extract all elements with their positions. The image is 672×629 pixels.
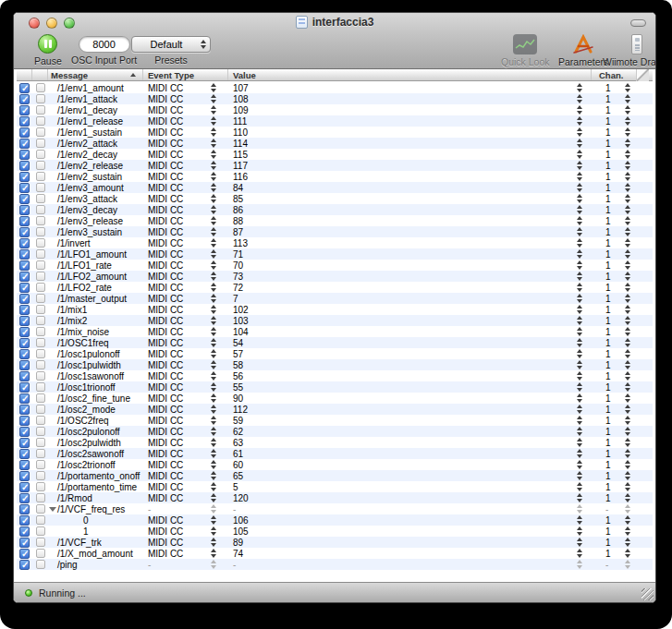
event-type-cell[interactable]: MIDI CC [143, 115, 228, 127]
value-popup-arrows-icon[interactable] [577, 227, 582, 236]
event-type-popup-arrows-icon[interactable] [211, 504, 216, 514]
event-type-cell[interactable]: MIDI CC [143, 160, 228, 171]
secondary-checkbox[interactable] [32, 415, 48, 426]
secondary-checkbox[interactable] [32, 393, 48, 404]
channel-cell[interactable]: 1 [592, 271, 636, 282]
channel-popup-arrows-icon[interactable] [625, 327, 630, 336]
column-header-message[interactable]: Message [48, 69, 143, 80]
enabled-checkbox[interactable] [17, 503, 32, 514]
table-row[interactable]: /1/env2_sustainMIDI CC1161 [17, 171, 653, 182]
disclosure-triangle-icon[interactable] [49, 507, 56, 512]
secondary-checkbox[interactable] [32, 537, 48, 548]
channel-popup-arrows-icon[interactable] [625, 105, 630, 115]
enabled-checkbox[interactable] [17, 171, 32, 182]
enabled-checkbox[interactable] [17, 548, 32, 559]
value-popup-arrows-icon[interactable] [577, 360, 582, 369]
event-type-cell[interactable]: MIDI CC [143, 226, 228, 237]
table-row[interactable]: /1/master_outputMIDI CC71 [17, 293, 653, 304]
value-popup-arrows-icon[interactable] [577, 538, 582, 547]
value-cell[interactable]: - [228, 559, 592, 570]
event-type-popup-arrows-icon[interactable] [211, 127, 216, 137]
enabled-checkbox[interactable] [17, 526, 32, 537]
secondary-checkbox[interactable] [32, 492, 48, 503]
enabled-checkbox[interactable] [17, 104, 32, 115]
event-type-popup-arrows-icon[interactable] [211, 438, 216, 447]
column-header-event-type[interactable]: Event Type [143, 69, 228, 80]
table-row[interactable]: /1/mix1MIDI CC1021 [17, 304, 653, 315]
value-popup-arrows-icon[interactable] [577, 105, 582, 115]
channel-popup-arrows-icon[interactable] [625, 205, 630, 214]
channel-popup-arrows-icon[interactable] [625, 316, 630, 325]
event-type-popup-arrows-icon[interactable] [211, 449, 216, 458]
channel-popup-arrows-icon[interactable] [625, 216, 630, 225]
channel-cell[interactable]: 1 [592, 160, 636, 171]
secondary-checkbox[interactable] [32, 370, 48, 381]
value-popup-arrows-icon[interactable] [577, 305, 582, 314]
value-cell[interactable]: 115 [228, 149, 592, 160]
enabled-checkbox[interactable] [17, 226, 32, 237]
event-type-popup-arrows-icon[interactable] [211, 216, 216, 225]
table-row[interactable]: /1/osc1trionoffMIDI CC551 [17, 381, 653, 393]
value-popup-arrows-icon[interactable] [577, 283, 582, 292]
table-row[interactable]: /1/osc2_fine_tuneMIDI CC901 [17, 393, 653, 404]
channel-popup-arrows-icon[interactable] [625, 161, 630, 170]
table-row[interactable]: /1/env2_attackMIDI CC1141 [17, 138, 653, 149]
value-cell[interactable]: 103 [228, 315, 592, 326]
event-type-cell[interactable]: - [143, 559, 228, 570]
value-popup-arrows-icon[interactable] [577, 249, 582, 259]
channel-popup-arrows-icon[interactable] [625, 116, 630, 126]
channel-cell[interactable]: 1 [592, 149, 636, 160]
event-type-cell[interactable]: MIDI CC [143, 348, 228, 359]
event-type-cell[interactable]: MIDI CC [143, 204, 228, 215]
channel-cell[interactable]: 1 [592, 127, 636, 138]
channel-cell[interactable]: 1 [592, 193, 636, 204]
enabled-checkbox[interactable] [17, 215, 32, 226]
channel-popup-arrows-icon[interactable] [625, 150, 630, 159]
event-type-cell[interactable]: MIDI CC [143, 526, 228, 537]
value-popup-arrows-icon[interactable] [577, 205, 582, 214]
secondary-checkbox[interactable] [32, 115, 48, 127]
table-row[interactable]: /1/env3_releaseMIDI CC881 [17, 215, 653, 226]
value-cell[interactable]: 89 [228, 537, 592, 548]
enabled-checkbox[interactable] [17, 404, 32, 415]
event-type-cell[interactable]: MIDI CC [143, 260, 228, 271]
event-type-popup-arrows-icon[interactable] [211, 305, 216, 314]
event-type-popup-arrows-icon[interactable] [211, 405, 216, 414]
channel-popup-arrows-icon[interactable] [625, 460, 630, 469]
event-type-popup-arrows-icon[interactable] [211, 105, 216, 115]
secondary-checkbox[interactable] [32, 182, 48, 193]
value-popup-arrows-icon[interactable] [577, 272, 582, 281]
column-header-mute[interactable] [32, 69, 48, 80]
event-type-popup-arrows-icon[interactable] [211, 272, 216, 281]
value-cell[interactable]: 58 [228, 359, 592, 370]
enabled-checkbox[interactable] [17, 115, 32, 127]
event-type-popup-arrows-icon[interactable] [211, 427, 216, 436]
enabled-checkbox[interactable] [17, 315, 32, 326]
secondary-checkbox[interactable] [32, 193, 48, 204]
table-row[interactable]: /1/VCF_trkMIDI CC891 [17, 537, 653, 548]
event-type-cell[interactable]: - [143, 503, 228, 514]
enabled-checkbox[interactable] [17, 448, 32, 459]
value-popup-arrows-icon[interactable] [577, 382, 582, 392]
value-cell[interactable]: 116 [228, 171, 592, 182]
table-row[interactable]: /1/osc1pulwidthMIDI CC581 [17, 359, 653, 370]
secondary-checkbox[interactable] [32, 149, 48, 160]
value-cell[interactable]: 110 [228, 127, 592, 138]
channel-cell[interactable]: 1 [592, 326, 636, 337]
value-cell[interactable]: 73 [228, 271, 592, 282]
secondary-checkbox[interactable] [32, 481, 48, 492]
table-row[interactable]: /1/mix_noiseMIDI CC1041 [17, 326, 653, 337]
enabled-checkbox[interactable] [17, 492, 32, 503]
value-popup-arrows-icon[interactable] [577, 294, 582, 303]
event-type-popup-arrows-icon[interactable] [211, 482, 216, 491]
channel-popup-arrows-icon[interactable] [625, 427, 630, 436]
channel-popup-arrows-icon[interactable] [625, 560, 630, 569]
event-type-cell[interactable]: MIDI CC [143, 470, 228, 481]
value-cell[interactable]: 108 [228, 93, 592, 104]
channel-popup-arrows-icon[interactable] [625, 371, 630, 381]
enabled-checkbox[interactable] [17, 193, 32, 204]
value-popup-arrows-icon[interactable] [577, 327, 582, 336]
event-type-cell[interactable]: MIDI CC [143, 182, 228, 193]
channel-popup-arrows-icon[interactable] [625, 83, 630, 92]
table-row[interactable]: /1/env1_sustainMIDI CC1101 [17, 127, 653, 138]
